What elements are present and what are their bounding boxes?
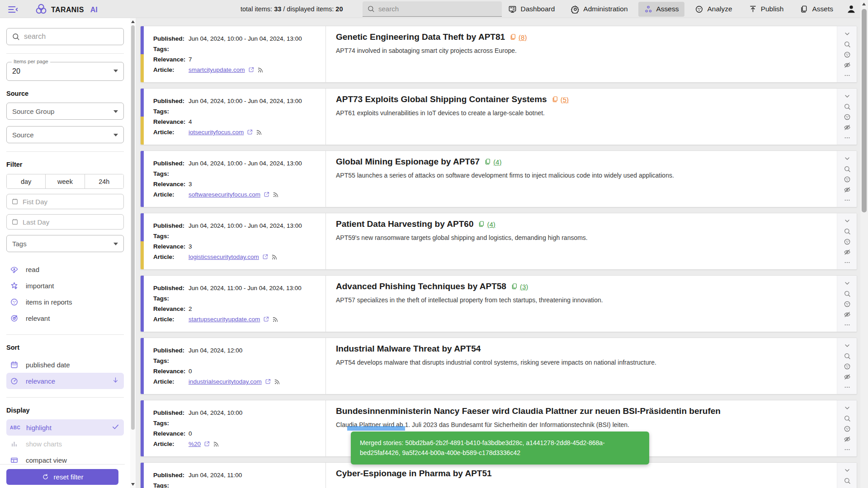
- item-title[interactable]: Global Mining Espionage by APT67: [336, 157, 480, 167]
- hide-eye-off-icon[interactable]: [844, 186, 851, 193]
- merged-stories-badge[interactable]: (8): [509, 33, 527, 41]
- taranis-logo[interactable]: TARANISAI: [35, 3, 98, 17]
- more-options-icon[interactable]: [844, 259, 851, 266]
- merged-stories-badge[interactable]: (4): [484, 158, 501, 166]
- add-to-report-icon[interactable]: [844, 176, 851, 183]
- article-link[interactable]: logisticssecuritytoday.com: [189, 252, 259, 262]
- more-options-icon[interactable]: [844, 197, 851, 204]
- expand-chevron-icon[interactable]: [844, 467, 851, 474]
- add-to-report-icon[interactable]: [844, 425, 851, 432]
- news-item[interactable]: Published:Jun 04, 2024, 10:00 - Jun 04, …: [140, 150, 857, 207]
- reset-filter-button[interactable]: reset filter: [6, 469, 118, 485]
- nav-assess[interactable]: Assess: [638, 2, 685, 17]
- hide-eye-off-icon[interactable]: [844, 249, 851, 256]
- external-link-icon[interactable]: [247, 129, 253, 135]
- news-item[interactable]: Published:Jun 04, 2024, 11:00 Tags: Rele…: [140, 462, 857, 488]
- merged-stories-badge[interactable]: (3): [511, 283, 528, 291]
- add-to-report-icon[interactable]: [844, 363, 851, 370]
- rss-icon[interactable]: [256, 129, 262, 136]
- open-details-search-icon[interactable]: [844, 41, 851, 48]
- expand-chevron-icon[interactable]: [844, 217, 851, 225]
- nav-publish[interactable]: Publish: [743, 2, 790, 17]
- rss-icon[interactable]: [213, 441, 219, 447]
- nav-analyze[interactable]: Analyze: [689, 2, 738, 17]
- rss-icon[interactable]: [274, 379, 280, 385]
- external-link-icon[interactable]: [265, 379, 271, 385]
- source-group-select[interactable]: Source Group: [6, 103, 124, 120]
- external-link-icon[interactable]: [263, 316, 269, 322]
- item-title[interactable]: Bundesinnenministerin Nancy Faeser wird …: [336, 406, 721, 416]
- news-item[interactable]: Published:Jun 04, 2024, 11:00 - Jun 04, …: [140, 275, 857, 332]
- range-24h-button[interactable]: 24h: [85, 174, 123, 188]
- sort-published-date[interactable]: published date: [6, 357, 124, 373]
- external-link-icon[interactable]: [264, 192, 269, 197]
- rss-icon[interactable]: [271, 254, 278, 260]
- news-item[interactable]: Published:Jun 04, 2024, 10:00 - Jun 04, …: [140, 213, 857, 270]
- open-details-search-icon[interactable]: [844, 477, 851, 484]
- filter-important[interactable]: important: [6, 277, 124, 294]
- item-title[interactable]: Advanced Phishing Techniques by APT58: [336, 282, 506, 291]
- range-day-button[interactable]: day: [7, 174, 46, 188]
- external-link-icon[interactable]: [248, 67, 254, 73]
- filter-relevant[interactable]: relevant: [6, 310, 124, 326]
- news-item[interactable]: Published:Jun 04, 2024, 10:00 - Jun 04, …: [140, 26, 857, 83]
- sidebar-scrollbar-thumb[interactable]: [131, 25, 135, 430]
- global-search-input[interactable]: [378, 5, 497, 13]
- page-scrollbar[interactable]: [860, 0, 868, 488]
- scroll-down-arrow[interactable]: [131, 483, 135, 486]
- open-details-search-icon[interactable]: [844, 352, 851, 360]
- more-options-icon[interactable]: [844, 134, 851, 141]
- item-title[interactable]: Patient Data Harvesting by APT60: [336, 219, 473, 229]
- expand-chevron-icon[interactable]: [844, 280, 851, 287]
- news-item[interactable]: Published:Jun 04, 2024, 12:00 Tags: Rele…: [140, 338, 857, 394]
- scroll-up-arrow[interactable]: [131, 20, 135, 23]
- sidebar-scrollbar[interactable]: [130, 18, 136, 488]
- item-title[interactable]: Genetic Engineering Data Theft by APT81: [336, 32, 505, 42]
- article-link[interactable]: iotsecurityfocus.com: [189, 127, 244, 137]
- display-highlight[interactable]: ABC highlight: [6, 419, 124, 436]
- hide-eye-off-icon[interactable]: [844, 311, 851, 318]
- item-title[interactable]: Industrial Malware Threat by APT54: [336, 344, 481, 354]
- last-day-input[interactable]: [23, 218, 119, 226]
- article-link[interactable]: %20: [189, 439, 201, 449]
- nav-administration[interactable]: Administration: [565, 2, 633, 17]
- rss-icon[interactable]: [257, 67, 264, 73]
- hide-eye-off-icon[interactable]: [844, 61, 851, 69]
- add-to-report-icon[interactable]: [844, 300, 851, 308]
- sidebar-search-input[interactable]: [24, 33, 118, 41]
- expand-chevron-icon[interactable]: [844, 155, 851, 162]
- merged-stories-badge[interactable]: (4): [478, 221, 495, 228]
- hide-eye-off-icon[interactable]: [844, 436, 851, 443]
- page-scrollbar-thumb[interactable]: [862, 9, 867, 212]
- display-show-charts[interactable]: show charts: [6, 436, 124, 452]
- first-day-input[interactable]: [23, 198, 119, 206]
- add-to-report-icon[interactable]: [844, 113, 851, 121]
- more-options-icon[interactable]: [844, 321, 851, 328]
- source-select[interactable]: Source: [6, 126, 124, 143]
- more-options-icon[interactable]: [844, 72, 851, 79]
- article-link[interactable]: startupsecurityupdate.com: [189, 314, 260, 324]
- range-week-button[interactable]: week: [46, 174, 85, 188]
- more-options-icon[interactable]: [844, 384, 851, 391]
- expand-chevron-icon[interactable]: [844, 404, 851, 412]
- expand-chevron-icon[interactable]: [844, 93, 851, 100]
- sidebar-collapse-icon[interactable]: [7, 4, 19, 15]
- article-link[interactable]: smartcityupdate.com: [189, 65, 245, 75]
- open-details-search-icon[interactable]: [844, 103, 851, 110]
- filter-read[interactable]: read: [6, 261, 124, 277]
- user-menu-icon[interactable]: [846, 4, 856, 14]
- article-link[interactable]: softwaresecurityfocus.com: [189, 189, 260, 200]
- article-link[interactable]: industrialsecuritytoday.com: [189, 376, 262, 387]
- scroll-up-arrow[interactable]: [862, 3, 866, 5]
- hide-eye-off-icon[interactable]: [844, 124, 851, 131]
- add-to-report-icon[interactable]: [844, 51, 851, 58]
- filter-items-in-reports[interactable]: items in reports: [6, 294, 124, 310]
- sort-relevance[interactable]: relevance: [6, 373, 124, 389]
- items-per-page-select[interactable]: Items per page 20: [6, 62, 124, 81]
- tags-select[interactable]: Tags: [6, 235, 124, 252]
- open-details-search-icon[interactable]: [844, 290, 851, 297]
- display-compact-view[interactable]: compact view: [6, 452, 124, 468]
- nav-assets[interactable]: Assets: [794, 2, 839, 17]
- item-title[interactable]: APT73 Exploits Global Shipping Container…: [336, 94, 547, 104]
- external-link-icon[interactable]: [262, 254, 268, 260]
